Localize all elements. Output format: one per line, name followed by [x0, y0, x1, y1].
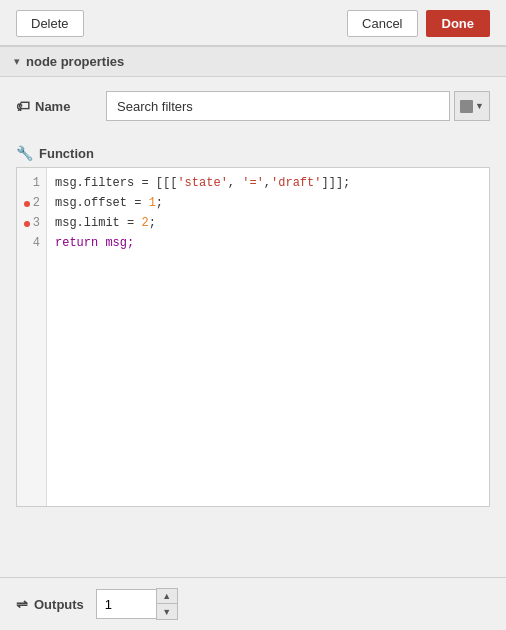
header-left-buttons: Delete	[16, 10, 84, 37]
stepper-buttons: ▲ ▼	[156, 588, 178, 620]
wrench-icon: 🔧	[16, 145, 33, 161]
code-prop2: msg.offset =	[55, 196, 149, 210]
line-number-4: 4	[17, 234, 46, 254]
code-content[interactable]: msg.filters = [[['state', '=','draft']]]…	[47, 168, 489, 506]
name-field-row: 🏷 Name ▼	[16, 91, 490, 121]
line-num-text: 3	[33, 214, 40, 233]
section-title: node properties	[26, 54, 124, 69]
code-line-2: msg.offset = 1;	[55, 194, 481, 214]
stepper-up-button[interactable]: ▲	[157, 589, 177, 604]
outputs-icon: ⇌	[16, 596, 28, 612]
chevron-icon: ▾	[14, 55, 20, 68]
error-dot-2	[24, 201, 30, 207]
error-dot-3	[24, 221, 30, 227]
line-num-text: 2	[33, 194, 40, 213]
spacer	[0, 517, 506, 577]
line-number-3: 3	[17, 214, 46, 234]
dialog-header: Delete Cancel Done	[0, 0, 506, 46]
code-text3: ,	[264, 176, 271, 190]
code-semi2: ;	[156, 196, 163, 210]
code-str: 'state'	[177, 176, 227, 190]
name-label-text: Name	[35, 99, 70, 114]
icon-picker-button[interactable]: ▼	[454, 91, 490, 121]
done-button[interactable]: Done	[426, 10, 491, 37]
header-right-buttons: Cancel Done	[347, 10, 490, 37]
icon-square	[460, 100, 473, 113]
outputs-section: ⇌ Outputs ▲ ▼	[0, 577, 506, 630]
code-text: msg.filters = [[[	[55, 176, 177, 190]
properties-body: 🏷 Name ▼	[0, 77, 506, 145]
cancel-button[interactable]: Cancel	[347, 10, 417, 37]
function-label-row: 🔧 Function	[16, 145, 490, 161]
line-num-text: 4	[33, 234, 40, 253]
line-number-1: 1	[17, 174, 46, 194]
delete-button[interactable]: Delete	[16, 10, 84, 37]
edit-function-dialog: Delete Cancel Done ▾ node properties 🏷 N…	[0, 0, 506, 630]
icon-btn-inner: ▼	[460, 100, 484, 113]
code-editor[interactable]: 1 2 3 4 msg.filters = [[['state', '=','d…	[16, 167, 490, 507]
code-line-1: msg.filters = [[['state', '=','draft']]]…	[55, 174, 481, 194]
outputs-input[interactable]	[96, 589, 156, 619]
outputs-stepper: ▲ ▼	[96, 588, 178, 620]
function-label-text: Function	[39, 146, 94, 161]
code-num3: 2	[141, 216, 148, 230]
code-kw4: return msg;	[55, 236, 134, 250]
dropdown-arrow-icon: ▼	[475, 101, 484, 111]
code-semi3: ;	[149, 216, 156, 230]
code-text4: ]]];	[321, 176, 350, 190]
line-num-text: 1	[33, 174, 40, 193]
function-section: 🔧 Function 1 2 3 4	[0, 145, 506, 517]
name-input[interactable]	[106, 91, 450, 121]
code-text2: ,	[228, 176, 242, 190]
line-number-2: 2	[17, 194, 46, 214]
code-prop3: msg.limit =	[55, 216, 141, 230]
code-line-4: return msg;	[55, 234, 481, 254]
code-str2: '='	[242, 176, 264, 190]
outputs-label-text: Outputs	[34, 597, 84, 612]
name-input-wrapper: ▼	[106, 91, 490, 121]
outputs-label-row: ⇌ Outputs	[16, 596, 84, 612]
code-num2: 1	[149, 196, 156, 210]
tag-icon: 🏷	[16, 98, 30, 114]
node-properties-section-header: ▾ node properties	[0, 46, 506, 77]
code-str3: 'draft'	[271, 176, 321, 190]
name-label: 🏷 Name	[16, 98, 96, 114]
code-line-3: msg.limit = 2;	[55, 214, 481, 234]
stepper-down-button[interactable]: ▼	[157, 604, 177, 619]
line-numbers: 1 2 3 4	[17, 168, 47, 506]
